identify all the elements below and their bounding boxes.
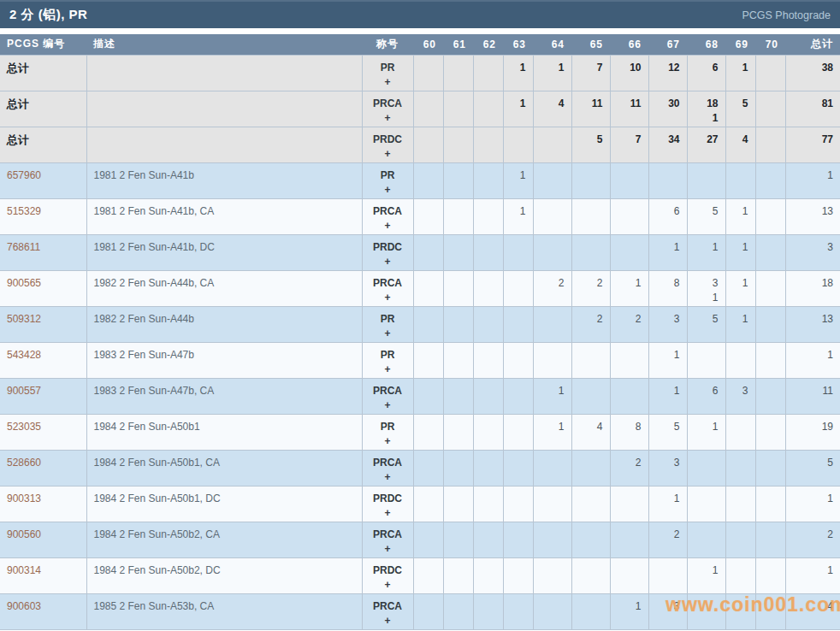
grade-cell-67: 34 xyxy=(648,127,687,162)
pcgs-number-link[interactable]: 900313 xyxy=(0,486,86,522)
table-row: 5286601984 2 Fen Sun-A50b1, CAPRCA+235 xyxy=(0,450,840,486)
grade-cell-60 xyxy=(413,486,443,522)
grade-count: 1 xyxy=(511,168,526,183)
grade-cell-63 xyxy=(503,522,533,557)
col-header-total: 总计 xyxy=(785,34,840,55)
total-cell: 4 xyxy=(785,593,840,629)
grade-cell-62 xyxy=(473,270,503,306)
grade-cell-68 xyxy=(687,522,725,557)
plus-designation-label: + xyxy=(370,506,406,521)
grade-count: 3 xyxy=(656,312,680,327)
table-row: 9003131984 2 Fen Sun-A50b1, DCPRDC+11 xyxy=(0,486,840,522)
pcgs-number-link[interactable]: 543428 xyxy=(0,342,86,378)
col-header-grade-69: 69 xyxy=(725,34,755,55)
total-cell: 13 xyxy=(785,306,840,342)
pcgs-number-link[interactable]: 509312 xyxy=(0,306,86,342)
grade-cell-66 xyxy=(610,342,648,378)
grade-count: 1 xyxy=(511,97,526,111)
grade-cell-67: 1 xyxy=(648,234,687,270)
grade-cell-66: 1 xyxy=(610,270,648,306)
col-header-grade-70: 70 xyxy=(755,34,785,55)
plus-designation-label: + xyxy=(370,542,406,557)
table-row: 5153291981 2 Fen Sun-A41b, CAPRCA+165113 xyxy=(0,198,840,234)
grade-count: 3 xyxy=(695,276,719,291)
title-gap xyxy=(0,28,840,34)
grade-cell-61 xyxy=(443,593,473,629)
summary-row: 总计PR+11710126138 xyxy=(0,55,840,91)
grade-cell-61 xyxy=(443,127,473,162)
table-row: 9005571983 2 Fen Sun-A47b, CAPRCA+116311 xyxy=(0,378,840,414)
grade-cell-70 xyxy=(755,55,785,91)
pcgs-number-link[interactable]: 900557 xyxy=(0,378,86,414)
title-bar: 2 分 (铝), PR PCGS Photograde xyxy=(0,0,840,28)
pcgs-number-link[interactable]: 900565 xyxy=(0,270,86,306)
grade-cell-67: 5 xyxy=(648,414,687,450)
grade-cell-62 xyxy=(473,162,503,198)
col-header-pcgs-number: PCGS 编号 xyxy=(0,34,86,55)
photograde-link[interactable]: PCGS Photograde xyxy=(742,9,831,21)
grade-cell-65: 2 xyxy=(571,270,610,306)
grade-count: 1 xyxy=(733,204,748,219)
grade-count: 7 xyxy=(579,61,603,75)
table-row: 9005651982 2 Fen Sun-A44b, CAPRCA+221831… xyxy=(0,270,840,306)
grade-cell-70 xyxy=(755,234,785,270)
plus-designation-label: + xyxy=(370,147,406,162)
grade-cell-69 xyxy=(725,593,755,629)
pcgs-number-link[interactable]: 657960 xyxy=(0,162,86,198)
grade-cell-68 xyxy=(687,450,725,486)
grade-cell-62 xyxy=(473,55,503,91)
grade-cell-64: 1 xyxy=(533,55,571,91)
pcgs-number-link[interactable]: 900560 xyxy=(0,522,86,557)
grade-count: 12 xyxy=(656,61,680,75)
pcgs-number-link[interactable]: 515329 xyxy=(0,198,86,234)
table-body: 总计PR+11710126138总计PRCA+14111130181581总计P… xyxy=(0,55,840,629)
pcgs-number-link[interactable]: 768611 xyxy=(0,234,86,270)
grade-cell-61 xyxy=(443,342,473,378)
grade-cell-70 xyxy=(755,198,785,234)
page-title: 2 分 (铝), PR xyxy=(9,7,87,23)
population-table: PCGS 编号 描述 称号 60 61 62 63 64 65 66 67 68… xyxy=(0,34,840,630)
description-cell: 1984 2 Fen Sun-A50b2, CA xyxy=(86,522,362,557)
grade-cell-67: 1 xyxy=(648,486,687,522)
designation-label: PRDC xyxy=(370,240,406,255)
grade-cell-61 xyxy=(443,557,473,593)
grade-cell-69: 1 xyxy=(725,198,755,234)
grade-cell-67: 2 xyxy=(648,522,687,557)
designation-cell: PR+ xyxy=(362,162,413,198)
pcgs-number-link[interactable]: 523035 xyxy=(0,414,86,450)
grade-cell-70 xyxy=(755,270,785,306)
grade-count: 2 xyxy=(579,276,603,291)
grade-cell-60 xyxy=(413,234,443,270)
designation-cell: PR+ xyxy=(362,55,413,91)
total-cell: 2 xyxy=(785,522,840,557)
grade-count: 10 xyxy=(618,61,642,75)
pcgs-number-link[interactable]: 900314 xyxy=(0,557,86,593)
grade-cell-65 xyxy=(571,450,610,486)
plus-designation-label: + xyxy=(370,327,406,341)
designation-cell: PRCA+ xyxy=(362,450,413,486)
pcgs-number-link[interactable]: 900603 xyxy=(0,593,86,629)
grade-cell-68 xyxy=(687,342,725,378)
grade-cell-60 xyxy=(413,593,443,629)
grade-cell-62 xyxy=(473,557,503,593)
grade-cell-69: 3 xyxy=(725,378,755,414)
grade-cell-66: 7 xyxy=(610,127,648,162)
designation-cell: PRCA+ xyxy=(362,378,413,414)
grade-cell-63 xyxy=(503,306,533,342)
grade-count: 5 xyxy=(579,133,603,147)
grade-cell-63 xyxy=(503,557,533,593)
description-cell: 1984 2 Fen Sun-A50b1, DC xyxy=(86,486,362,522)
grade-cell-66 xyxy=(610,522,648,557)
grade-cell-66: 2 xyxy=(610,450,648,486)
grade-count: 1 xyxy=(656,348,680,363)
grade-cell-62 xyxy=(473,486,503,522)
grade-cell-63: 1 xyxy=(503,55,533,91)
grade-count: 11 xyxy=(579,97,603,111)
pcgs-number-link[interactable]: 528660 xyxy=(0,450,86,486)
grade-cell-63 xyxy=(503,414,533,450)
grade-cell-64 xyxy=(533,522,571,557)
grade-cell-63: 1 xyxy=(503,198,533,234)
grade-cell-67: 3 xyxy=(648,593,687,629)
grade-cell-68: 27 xyxy=(687,127,725,162)
grade-cell-68 xyxy=(687,486,725,522)
